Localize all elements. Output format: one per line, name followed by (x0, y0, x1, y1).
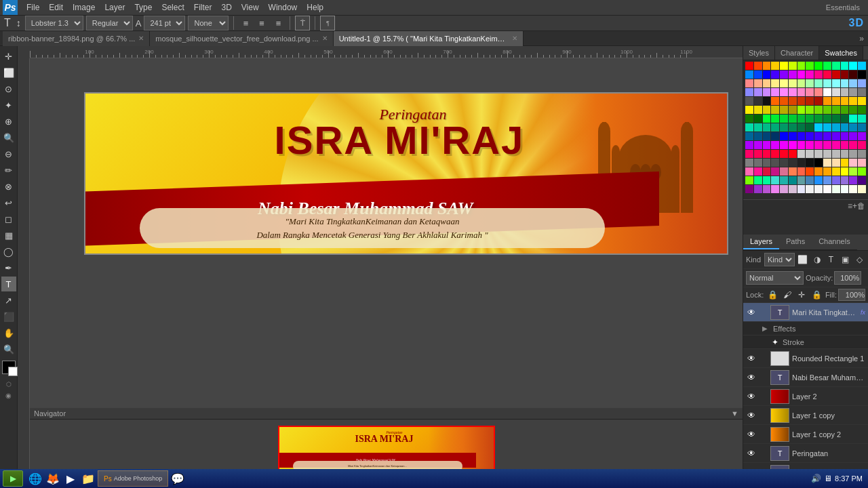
swatch-13-2[interactable] (763, 176, 771, 184)
text-filter-btn[interactable]: T (825, 253, 837, 266)
menu-item-edit[interactable]: Edit (44, 1, 68, 14)
swatch-7-5[interactable] (789, 123, 797, 131)
swatch-6-1[interactable] (754, 115, 762, 123)
font-size-select[interactable]: 241 pt (144, 16, 185, 30)
swatch-7-11[interactable] (841, 123, 849, 131)
swatch-14-6[interactable] (797, 185, 806, 193)
align-right-button[interactable]: ≡ (271, 16, 285, 30)
menu-item-select[interactable]: Select (157, 1, 189, 14)
swatch-4-7[interactable] (806, 97, 814, 105)
swatch-13-13[interactable] (858, 176, 866, 184)
document-tab-1[interactable]: mosque_silhouette_vector_free_download.p… (150, 31, 333, 46)
swatch-12-3[interactable] (771, 167, 779, 176)
swatch-4-1[interactable] (754, 97, 762, 105)
swatch-6-8[interactable] (814, 115, 823, 123)
swatch-5-7[interactable] (806, 106, 814, 114)
swatch-11-7[interactable] (806, 159, 814, 167)
swatch-5-13[interactable] (858, 106, 866, 114)
swatch-11-10[interactable] (832, 159, 840, 167)
swatch-10-7[interactable] (806, 150, 814, 158)
swatch-10-12[interactable] (849, 150, 857, 158)
swatch-14-0[interactable] (745, 185, 753, 193)
swatch-3-0[interactable] (745, 88, 753, 96)
swatch-0-10[interactable] (832, 62, 840, 70)
swatch-4-6[interactable] (797, 97, 806, 105)
swatch-7-6[interactable] (797, 123, 806, 131)
swatch-0-8[interactable] (814, 62, 823, 70)
layer-item-1[interactable]: ▶ Effects (743, 322, 868, 336)
menu-item-type[interactable]: Type (130, 1, 157, 14)
swatch-8-4[interactable] (780, 132, 788, 140)
menu-item-image[interactable]: Image (68, 1, 100, 14)
swatch-4-8[interactable] (814, 97, 823, 105)
kind-filter-select[interactable]: Kind (764, 253, 795, 266)
swatch-12-4[interactable] (780, 167, 788, 176)
swatch-2-2[interactable] (763, 79, 771, 87)
menu-item-filter[interactable]: Filter (189, 1, 217, 14)
swatch-8-7[interactable] (806, 132, 814, 140)
swatch-5-1[interactable] (754, 106, 762, 114)
swatch-14-7[interactable] (806, 185, 814, 193)
swatch-10-3[interactable] (771, 150, 779, 158)
swatch-3-3[interactable] (771, 88, 779, 96)
swatch-0-7[interactable] (806, 62, 814, 70)
taskbar-network-icon[interactable]: 🖥 (824, 474, 832, 483)
swatch-9-1[interactable] (754, 141, 762, 149)
swatch-10-8[interactable] (814, 150, 823, 158)
swatch-3-9[interactable] (823, 88, 831, 96)
move-tool[interactable]: ✛ (1, 49, 16, 64)
swatch-10-2[interactable] (763, 150, 771, 158)
swatch-8-13[interactable] (858, 132, 866, 140)
swatch-3-2[interactable] (763, 88, 771, 96)
blend-mode-select[interactable]: Normal Dissolve Multiply Screen (746, 271, 804, 285)
zoom-tool[interactable]: 🔍 (1, 342, 16, 357)
swatch-13-11[interactable] (841, 176, 849, 184)
menu-item-help[interactable]: Help (302, 1, 328, 14)
swatch-0-4[interactable] (780, 62, 788, 70)
layer-item-7[interactable]: 👁 Layer 1 copy 2 (743, 425, 868, 444)
swatch-12-9[interactable] (823, 167, 831, 176)
swatch-2-11[interactable] (841, 79, 849, 87)
default-colors-button[interactable]: ⬡ (6, 381, 12, 388)
swatch-14-3[interactable] (771, 185, 779, 193)
taskbar-sound-icon[interactable]: 🔊 (811, 474, 821, 483)
swatch-4-3[interactable] (771, 97, 779, 105)
swatch-12-6[interactable] (797, 167, 806, 176)
swatches-tab[interactable]: Swatches (819, 46, 863, 60)
healing-tool[interactable]: ⊖ (1, 146, 16, 161)
swatch-8-10[interactable] (832, 132, 840, 140)
swatch-8-3[interactable] (771, 132, 779, 140)
swatch-10-5[interactable] (789, 150, 797, 158)
layer-item-3[interactable]: 👁 Rounded Rectangle 1 (743, 349, 868, 368)
swatch-5-6[interactable] (797, 106, 806, 114)
swatch-9-9[interactable] (823, 141, 831, 149)
swatch-5-0[interactable] (745, 106, 753, 114)
layer-item-2[interactable]: ✦ Stroke (743, 336, 868, 349)
swatch-3-13[interactable] (858, 88, 866, 96)
menu-item-layer[interactable]: Layer (100, 1, 130, 14)
swatch-1-2[interactable] (763, 70, 771, 79)
swatch-4-11[interactable] (841, 97, 849, 105)
swatch-10-4[interactable] (780, 150, 788, 158)
swatch-5-2[interactable] (763, 106, 771, 114)
swatch-11-11[interactable] (841, 159, 849, 167)
swatch-8-12[interactable] (849, 132, 857, 140)
swatches-menu-button[interactable]: ≡ (848, 201, 852, 211)
swatch-5-12[interactable] (849, 106, 857, 114)
swatch-8-2[interactable] (763, 132, 771, 140)
swatch-6-5[interactable] (789, 115, 797, 123)
brush-tool[interactable]: ✏ (1, 163, 16, 178)
character-tab[interactable]: Character (775, 46, 819, 60)
swatch-12-11[interactable] (841, 167, 849, 176)
canvas-wrapper[interactable]: Peringatan ISRA MI'RAJ Nabi Besar Muhamm… (30, 58, 743, 488)
start-button[interactable]: ▶ (3, 470, 23, 487)
swatch-1-11[interactable] (841, 70, 849, 79)
swatch-9-4[interactable] (780, 141, 788, 149)
swatch-2-10[interactable] (832, 79, 840, 87)
swatch-8-6[interactable] (797, 132, 806, 140)
pixel-filter-btn[interactable]: ⬜ (797, 253, 809, 266)
lock-image-btn[interactable]: 🖌 (781, 289, 793, 301)
layer-visibility-3[interactable]: 👁 (746, 354, 757, 363)
layer-visibility-5[interactable]: 👁 (746, 392, 757, 401)
magic-wand-tool[interactable]: ✦ (1, 98, 16, 113)
